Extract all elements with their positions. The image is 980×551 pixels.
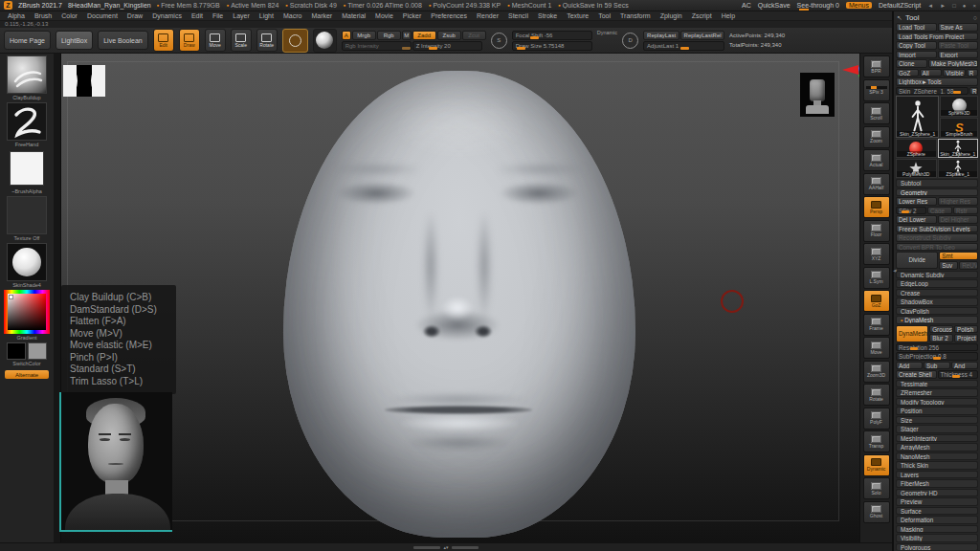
section-stager[interactable]: Stager bbox=[896, 425, 978, 433]
menus-toggle[interactable]: Menus bbox=[846, 2, 872, 9]
freeze-subdivision-levels-button[interactable]: Freeze SubDivision Levels bbox=[896, 225, 978, 233]
transp-button[interactable]: Transp bbox=[863, 430, 890, 452]
section-dynamic-subdiv[interactable]: Dynamic Subdiv bbox=[896, 271, 978, 279]
adjust-last-slider[interactable]: AdjustLast 1 bbox=[643, 41, 724, 51]
save-as-button[interactable]: Save As bbox=[938, 23, 979, 32]
secondary-color-swatch[interactable] bbox=[28, 342, 47, 360]
import-button[interactable]: Import bbox=[896, 51, 937, 59]
thickness-4-slider[interactable]: Thickness 4 bbox=[938, 370, 979, 379]
load-tools-from-project-button[interactable]: Load Tools From Project bbox=[896, 33, 978, 41]
skin-zsphere-1-58-slider[interactable]: Skin_ZSphere_1. 58 bbox=[896, 87, 969, 96]
section-dynamesh[interactable]: ▪DynaMesh bbox=[896, 316, 978, 324]
higher-res-button[interactable]: Higher Res bbox=[938, 197, 979, 206]
menu-item-picker[interactable]: Picker bbox=[403, 12, 421, 19]
sdiv-2-slider[interactable]: SDiv 2 bbox=[896, 207, 926, 215]
bpr-button[interactable]: BPR bbox=[863, 55, 890, 77]
bottom-tray-divider[interactable]: ▴▾ bbox=[0, 542, 892, 551]
del-higher-button[interactable]: Del Higher bbox=[938, 215, 979, 224]
section-claypolish[interactable]: ClayPolish bbox=[896, 307, 978, 316]
section-deformation[interactable]: Deformation bbox=[896, 516, 978, 524]
all-button[interactable]: All bbox=[920, 69, 943, 77]
section-surface[interactable]: Surface bbox=[896, 507, 978, 516]
ghost-button[interactable]: Ghost bbox=[863, 501, 890, 523]
resolution-256-slider[interactable]: Resolution 256 bbox=[896, 343, 978, 352]
move-button[interactable]: Move bbox=[863, 337, 890, 359]
menu-item-draw[interactable]: Draw bbox=[127, 12, 143, 19]
copy-tool-button[interactable]: Copy Tool bbox=[896, 41, 937, 50]
actual-button[interactable]: Actual bbox=[863, 149, 890, 171]
smt-button[interactable]: Smt bbox=[939, 252, 978, 260]
rstr-button[interactable]: Rstr bbox=[953, 207, 978, 215]
m-toggle[interactable]: M bbox=[402, 31, 412, 40]
alternate-button[interactable]: Alternate bbox=[5, 370, 49, 379]
menu-item-zplugin[interactable]: Zplugin bbox=[660, 12, 682, 19]
section-geometry-hd[interactable]: Geometry HD bbox=[896, 489, 978, 497]
move-button[interactable]: Move bbox=[205, 29, 226, 52]
popup-brush-item[interactable]: Move (M>V) bbox=[70, 328, 167, 341]
menu-item-material[interactable]: Material bbox=[342, 12, 366, 19]
section-meshintegrity[interactable]: MeshIntegrity bbox=[896, 434, 978, 443]
current-texture-thumbnail[interactable] bbox=[7, 196, 47, 234]
menu-item-color[interactable]: Color bbox=[61, 12, 78, 19]
menu-item-marker[interactable]: Marker bbox=[311, 12, 332, 19]
create-shell-button[interactable]: Create Shell bbox=[896, 370, 937, 379]
menu-item-edit[interactable]: Edit bbox=[191, 12, 203, 19]
menu-item-zscript[interactable]: Zscript bbox=[692, 12, 712, 19]
sculpted-face-model[interactable] bbox=[283, 71, 635, 538]
tool-thumb-zsphere-1[interactable]: ZSphere_1 bbox=[938, 159, 979, 178]
section-subtool[interactable]: Subtool bbox=[896, 179, 978, 187]
draw-size-slider[interactable]: Draw Size 5.75148 bbox=[512, 41, 592, 51]
add-button[interactable]: Add bbox=[896, 362, 923, 370]
groups-button[interactable]: Groups bbox=[929, 325, 953, 334]
menu-item-stroke[interactable]: Stroke bbox=[538, 12, 557, 19]
current-brush-button[interactable] bbox=[282, 29, 308, 53]
lightbox-tools-button[interactable]: Lightbox►Tools bbox=[896, 77, 978, 86]
lsym-button[interactable]: L.Sym bbox=[863, 267, 890, 289]
menu-item-file[interactable]: File bbox=[212, 12, 223, 19]
prev-ui-icon[interactable]: ◄ bbox=[927, 3, 933, 9]
frame-button[interactable]: Frame bbox=[863, 314, 890, 336]
tool-thumb-zsphere[interactable]: ZSphere bbox=[896, 139, 937, 158]
menu-item-dynamics[interactable]: Dynamics bbox=[152, 12, 182, 19]
palette-pin-icon[interactable]: ○ bbox=[973, 14, 977, 21]
menu-item-light[interactable]: Light bbox=[259, 12, 274, 19]
lower-res-button[interactable]: Lower Res bbox=[896, 197, 937, 206]
menu-item-texture[interactable]: Texture bbox=[567, 12, 589, 19]
active-tool-thumbnail[interactable]: Skin_ZSphere_1 bbox=[896, 96, 939, 138]
zoom3d-button[interactable]: Zoom3D bbox=[863, 361, 890, 383]
persp-button[interactable]: Persp bbox=[863, 196, 890, 218]
home-page-button[interactable]: Home Page bbox=[4, 31, 51, 50]
zoom-button[interactable]: Zoom bbox=[863, 126, 890, 148]
project-button[interactable]: Project bbox=[954, 334, 978, 342]
scale-button[interactable]: Scale bbox=[231, 29, 252, 52]
default-zscript-button[interactable]: DefaultZScript bbox=[879, 2, 921, 9]
section-zremesher[interactable]: ZRemesher bbox=[896, 388, 978, 397]
section-modify-topology[interactable]: Modify Topology bbox=[896, 398, 978, 407]
section-shadowbox[interactable]: ShadowBox bbox=[896, 298, 978, 306]
rotate-button[interactable]: Rotate bbox=[863, 384, 890, 406]
menu-item-document[interactable]: Document bbox=[87, 12, 118, 19]
solo-button[interactable]: Solo bbox=[863, 477, 890, 499]
current-material-button[interactable] bbox=[313, 29, 337, 53]
menu-item-tool[interactable]: Tool bbox=[598, 12, 611, 19]
floor-button[interactable]: Floor bbox=[863, 220, 890, 242]
section-visibility[interactable]: Visibility bbox=[896, 534, 978, 542]
divide-button[interactable]: Divide bbox=[896, 252, 938, 269]
menu-item-brush[interactable]: Brush bbox=[34, 12, 52, 19]
export-button[interactable]: Export bbox=[938, 51, 979, 59]
paste-tool-button[interactable]: Paste Tool bbox=[938, 41, 979, 50]
section-nanomesh[interactable]: NanoMesh bbox=[896, 452, 978, 461]
ac-button[interactable]: AC bbox=[742, 2, 751, 9]
z-intensity-slider[interactable]: Z Intensity 20 bbox=[412, 41, 482, 51]
current-brush-thumbnail[interactable] bbox=[7, 55, 47, 94]
spix-slider[interactable]: SPix 3 bbox=[863, 79, 890, 101]
section-crease[interactable]: Crease bbox=[896, 289, 978, 298]
subprojection-0-8-slider[interactable]: SubProjection 0.8 bbox=[896, 352, 978, 361]
popup-brush-item[interactable]: Pinch (P>I) bbox=[70, 352, 167, 364]
reuv-button[interactable]: ReUV bbox=[959, 261, 978, 270]
rgb-toggle[interactable]: Rgb bbox=[377, 31, 401, 40]
tool-thumb-skin-zsphere-1[interactable]: Skin_ZSphere_1 bbox=[938, 139, 979, 158]
menu-item-layer[interactable]: Layer bbox=[233, 12, 250, 19]
tool-thumb-polymesh3d[interactable]: PolyMesh3D bbox=[896, 159, 937, 178]
quicksave-button[interactable]: QuickSave bbox=[758, 2, 791, 9]
